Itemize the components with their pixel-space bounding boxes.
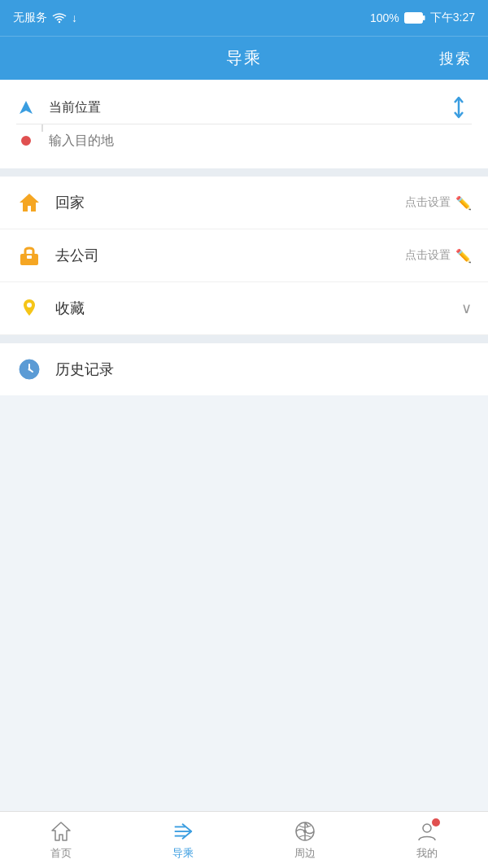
status-right: 100% 下午3:27 [370, 11, 475, 25]
battery-text: 100% [370, 11, 399, 24]
nav-mine-label: 我的 [416, 846, 438, 861]
history-section: 历史记录 [0, 343, 488, 395]
content-spacer [0, 395, 488, 811]
chevron-down-icon: ∨ [461, 299, 472, 317]
svg-point-18 [303, 830, 307, 833]
nav-home-icon [50, 820, 72, 843]
status-bar: 无服务 ↓ 100% 下午3:27 [0, 0, 488, 36]
wifi-icon [52, 12, 67, 24]
home-action-text: 点击设置 [405, 195, 451, 210]
section-divider [0, 335, 488, 343]
history-label: 历史记录 [55, 360, 114, 379]
battery-icon [404, 12, 425, 24]
nav-item-nearby[interactable]: 周边 [244, 812, 366, 868]
favorites-label: 收藏 [55, 299, 461, 318]
favorites-pin-icon [16, 295, 42, 321]
divider-1 [0, 168, 488, 177]
charge-icon-text: ↓ [72, 11, 77, 24]
status-left: 无服务 ↓ [13, 11, 77, 25]
app-header: 导乘 搜索 [0, 36, 488, 80]
search-section: 当前位置 [0, 80, 488, 168]
current-location-text: 当前位置 [49, 99, 472, 116]
nav-home-label: 首页 [50, 846, 72, 861]
home-label: 回家 [55, 193, 405, 212]
nav-nearby-icon [294, 820, 316, 843]
nav-guide-icon [172, 820, 194, 843]
time-text: 下午3:27 [430, 11, 475, 25]
search-button[interactable]: 搜索 [439, 49, 472, 68]
favorites-action[interactable]: ∨ [461, 299, 472, 317]
quick-items-section: 回家 点击设置 ✏️ 去公司 点击设置 ✏️ 收藏 [0, 177, 488, 335]
home-edit-icon: ✏️ [455, 195, 472, 211]
svg-point-7 [27, 303, 32, 308]
list-item-home[interactable]: 回家 点击设置 ✏️ [0, 177, 488, 229]
home-action[interactable]: 点击设置 ✏️ [405, 195, 472, 211]
svg-marker-2 [20, 101, 33, 114]
svg-rect-0 [404, 13, 422, 24]
current-location-row[interactable]: 当前位置 [16, 91, 472, 124]
nav-item-mine[interactable]: 我的 [366, 812, 488, 868]
mine-badge [432, 818, 440, 827]
header-title: 导乘 [226, 47, 262, 69]
svg-point-11 [28, 369, 31, 371]
swap-button[interactable] [446, 94, 472, 120]
nav-guide-label: 导乘 [172, 846, 194, 861]
destination-dot-icon [16, 131, 36, 150]
nav-item-home[interactable]: 首页 [0, 812, 122, 868]
clock-icon [16, 356, 42, 382]
svg-marker-4 [20, 194, 39, 212]
work-label: 去公司 [55, 246, 405, 265]
work-icon [16, 242, 42, 268]
nav-nearby-label: 周边 [294, 846, 316, 861]
home-icon [16, 190, 42, 216]
svg-rect-6 [27, 255, 32, 259]
work-action[interactable]: 点击设置 ✏️ [405, 248, 472, 264]
list-item-favorites[interactable]: 收藏 ∨ [0, 282, 488, 335]
svg-marker-12 [52, 822, 70, 840]
nav-item-guide[interactable]: 导乘 [122, 812, 244, 868]
location-arrow-icon [16, 98, 36, 117]
destination-input[interactable] [49, 133, 472, 148]
svg-rect-1 [423, 15, 425, 20]
svg-point-20 [423, 824, 431, 832]
work-action-text: 点击设置 [405, 248, 451, 263]
work-edit-icon: ✏️ [455, 248, 472, 264]
bottom-nav: 首页 导乘 周边 [0, 811, 488, 868]
list-item-work[interactable]: 去公司 点击设置 ✏️ [0, 229, 488, 282]
nav-mine-icon [416, 820, 438, 843]
no-service-text: 无服务 [13, 11, 47, 25]
history-item[interactable]: 历史记录 [0, 343, 488, 395]
destination-row[interactable] [16, 124, 472, 157]
